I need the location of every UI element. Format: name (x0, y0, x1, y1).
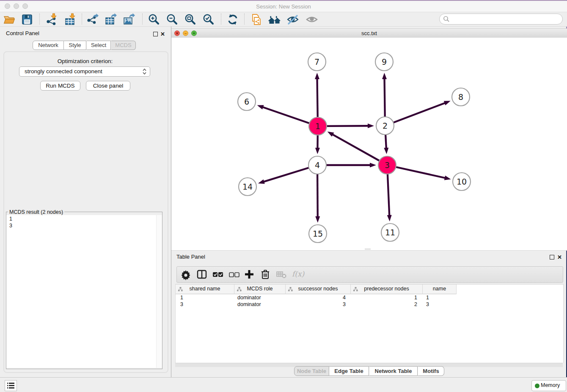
import-network-icon[interactable] (45, 13, 58, 26)
node-table-hscroll[interactable] (175, 363, 563, 367)
open-session-icon[interactable] (3, 13, 16, 26)
column-header-label: name (423, 286, 456, 292)
export-image-icon[interactable] (123, 13, 135, 26)
canvas-resize-handle[interactable] (365, 248, 371, 250)
table-panel-title: Table Panel (176, 254, 205, 260)
memory-status-dot (535, 384, 539, 388)
control-tab-style[interactable]: Style (64, 41, 86, 50)
memory-label: Memory (541, 382, 560, 388)
column-header-name[interactable]: name (423, 284, 457, 294)
table-toolbar: f(x) (176, 266, 563, 283)
zoom-in-icon[interactable] (147, 13, 160, 26)
table-tab-network-table[interactable]: Network Table (369, 366, 418, 376)
column-header-predecessor-nodes[interactable]: predecessor nodes (351, 284, 423, 294)
graph-arrowhead-2-9 (382, 73, 387, 79)
zoom-out-icon[interactable] (165, 13, 178, 26)
control-tab-mcds[interactable]: MCDS (111, 41, 136, 50)
table-cell[interactable]: 3 (423, 301, 457, 308)
node-table[interactable]: shared nameMCDS rolesuccessor nodesprede… (175, 284, 564, 363)
graph-arrowhead-2-8 (444, 101, 451, 105)
zoom-fit-icon[interactable] (184, 13, 196, 26)
add-column-icon[interactable] (243, 268, 255, 280)
table-cell[interactable]: 3 (286, 301, 351, 308)
table-cell[interactable]: 2 (351, 301, 423, 308)
column-header-MCDS-role[interactable]: MCDS role (234, 284, 286, 294)
graph-arrowhead-3-10 (444, 176, 451, 180)
graph-node-label-2: 2 (383, 121, 388, 130)
graph-arrowhead-4-3 (370, 163, 376, 168)
function-builder-icon[interactable]: f(x) (292, 268, 311, 280)
status-bar: Memory (0, 377, 567, 392)
table-tab-node-table[interactable]: Node Table (294, 366, 329, 376)
column-header-shared-name[interactable]: shared name (176, 284, 234, 294)
hide-selected-icon[interactable] (286, 13, 299, 26)
column-header-label: successor nodes (286, 286, 350, 292)
control-panel-float-icon[interactable] (153, 32, 158, 36)
graph-node-label-11: 11 (385, 228, 395, 237)
graph-arrowhead-3-11 (387, 215, 392, 221)
graph-node-label-3: 3 (385, 160, 390, 170)
graph-node-label-9: 9 (382, 57, 387, 66)
mcds-result-textarea[interactable]: 13 (6, 215, 162, 368)
zoom-selected-icon[interactable] (202, 13, 215, 26)
memory-button[interactable]: Memory (531, 380, 566, 391)
graph-edge-2-8[interactable] (385, 102, 446, 126)
table-cell[interactable]: dominator (234, 294, 286, 301)
network-window-title: scc.txt (171, 30, 567, 36)
delete-column-icon[interactable] (259, 268, 271, 280)
column-header-label: MCDS role (234, 286, 285, 292)
table-panel-close-icon[interactable]: ✕ (557, 254, 562, 260)
save-session-icon[interactable] (21, 13, 33, 26)
export-table-icon[interactable] (105, 13, 117, 26)
graph-arrowhead-1-6 (257, 105, 264, 109)
table-cell[interactable]: 1 (176, 294, 234, 301)
graph-arrowhead-4-15 (315, 216, 320, 223)
control-tab-network[interactable]: Network (33, 41, 64, 50)
column-visibility-icon[interactable] (196, 268, 208, 280)
control-tab-select[interactable]: Select (87, 41, 111, 50)
network-graph: 1234678910111415 (171, 37, 567, 250)
delete-table-icon[interactable] (275, 268, 287, 280)
table-tab-edge-table[interactable]: Edge Table (329, 366, 369, 376)
graph-arrowhead-2-3 (384, 148, 388, 154)
import-table-icon[interactable] (64, 13, 77, 26)
control-panel-title: Control Panel (6, 30, 39, 36)
task-history-button[interactable] (5, 380, 17, 391)
copy-network-icon[interactable] (250, 13, 262, 26)
optimization-criterion-value: strongly connected component (25, 68, 102, 75)
table-cell[interactable]: 3 (176, 301, 234, 308)
column-header-successor-nodes[interactable]: successor nodes (286, 284, 351, 294)
mcds-result-scrollbar[interactable] (156, 215, 162, 368)
graph-node-label-7: 7 (314, 57, 319, 66)
graph-node-label-4: 4 (315, 160, 320, 170)
run-mcds-button[interactable]: Run MCDS (40, 81, 80, 91)
graph-arrowhead-1-4 (315, 148, 320, 154)
control-panel-close-icon[interactable]: ✕ (160, 31, 165, 37)
graph-node-label-1: 1 (315, 121, 320, 131)
app-titlebar[interactable]: Session: New Session (0, 1, 567, 12)
table-panel-float-icon[interactable] (550, 255, 554, 259)
graph-arrowhead-1-7 (315, 73, 319, 79)
show-all-icon[interactable] (306, 13, 318, 26)
table-cell[interactable]: 4 (286, 294, 351, 301)
network-window-titlebar[interactable]: ✕ – + scc.txt (171, 28, 567, 38)
graph-edge-3-1[interactable] (331, 134, 387, 165)
export-network-icon[interactable] (86, 13, 99, 26)
select-all-rows-icon[interactable] (212, 268, 224, 280)
graph-arrowhead-1-2 (368, 124, 374, 128)
optimization-criterion-select[interactable]: strongly connected component (19, 66, 150, 77)
close-panel-button[interactable]: Close panel (86, 81, 130, 91)
table-cell[interactable]: 1 (423, 294, 457, 301)
deselect-all-rows-icon[interactable] (228, 268, 240, 280)
table-cell[interactable]: dominator (234, 301, 286, 308)
graph-node-label-8: 8 (458, 92, 463, 102)
refresh-view-icon[interactable] (226, 13, 239, 26)
column-header-label: shared name (176, 286, 234, 292)
table-cell[interactable]: 1 (351, 294, 423, 301)
table-settings-icon[interactable] (180, 268, 192, 280)
app-title: Session: New Session (0, 3, 567, 10)
table-tab-motifs[interactable]: Motifs (418, 366, 444, 376)
search-input[interactable] (439, 14, 563, 25)
home-layout-icon[interactable] (268, 13, 281, 26)
column-header-label: predecessor nodes (351, 286, 422, 292)
